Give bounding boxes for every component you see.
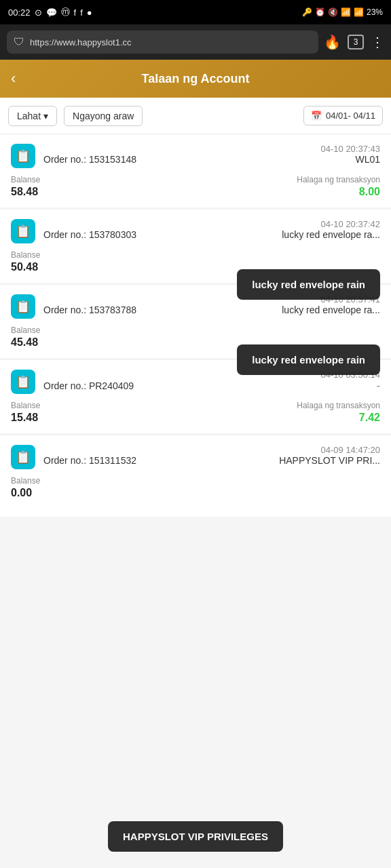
order-number: Order no.: 153153148 (43, 154, 136, 165)
sim-icon: ⊙ (35, 7, 42, 18)
transaction-amount-label: Halaga ng transaksyon (297, 175, 380, 184)
url-box[interactable]: 🛡 https://www.happyslot1.cc (7, 31, 318, 54)
balance-value: 0.00 (11, 487, 40, 499)
balance-value: 58.48 (11, 186, 40, 198)
key-icon: 🔑 (302, 7, 312, 17)
transaction-amount-value: 7.42 (297, 412, 380, 424)
page-title: Talaan ng Account (141, 72, 249, 86)
transaction-type: lucky red envelope ra... (282, 304, 380, 315)
chevron-down-icon: ▾ (43, 111, 48, 121)
balance-value: 50.48 (11, 261, 40, 273)
transaction-icon: 📋 (11, 219, 35, 243)
status-left: 00:22 ⊙ 💬 ⓜ f f ● (8, 6, 92, 18)
alarm-icon: ⏰ (315, 7, 325, 17)
mute-icon: 🔇 (328, 7, 338, 17)
filter-bar: Lahat ▾ Ngayong araw 📅 04/01- 04/11 (0, 98, 391, 134)
back-button[interactable]: ‹ (11, 70, 16, 87)
transaction-icon: 📋 (11, 294, 35, 319)
receipt-icon: 📋 (16, 299, 31, 314)
battery-text: 23% (367, 7, 383, 17)
facebook-icon2: f (80, 7, 83, 18)
balance-label: Balanse (11, 326, 40, 335)
transaction-icon: 📋 (11, 370, 35, 394)
messenger-icon: ⓜ (61, 6, 70, 18)
facebook-icon: f (74, 7, 77, 18)
balance-label: Balanse (11, 175, 40, 184)
timestamp: 04-10 20:37:42 (43, 219, 380, 229)
filter-today-button[interactable]: Ngayong araw (64, 106, 143, 126)
signal-icon: 📶 (354, 7, 364, 17)
status-time: 00:22 (8, 7, 31, 18)
transaction-amount-value: 8.00 (297, 186, 380, 198)
tooltip-popup: lucky red envelope rain (237, 344, 380, 375)
order-number: Order no.: 151311532 (43, 455, 136, 466)
more-options-icon[interactable]: ⋮ (371, 35, 384, 49)
transaction-type: - (377, 380, 380, 392)
dot-icon: ● (87, 7, 92, 18)
message-icon: 💬 (46, 7, 57, 18)
transaction-list: 📋 04-10 20:37:43 Order no.: 153153148 WL… (0, 134, 391, 517)
page-header: ‹ Talaan ng Account (0, 60, 391, 98)
calendar-icon: 📅 (311, 111, 322, 121)
shield-icon: 🛡 (14, 36, 24, 48)
browser-icons: 🔥 3 ⋮ (324, 34, 384, 50)
tab-badge[interactable]: 3 (348, 35, 364, 50)
bottom-tooltip-popup: HAPPYSLOT VIP PRIVILEGES (108, 821, 283, 852)
balance-value: 45.48 (11, 336, 40, 349)
transaction-type: WL01 (355, 154, 380, 165)
order-number: Order no.: 153780303 (43, 229, 136, 240)
transaction-card: 📋 04-10 20:37:42 Order no.: 153780303 lu… (0, 210, 391, 283)
balance-label: Balanse (11, 476, 40, 486)
filter-all-button[interactable]: Lahat ▾ (8, 106, 57, 126)
transaction-card: 📋 04-09 14:47:20 Order no.: 151311532 HA… (0, 435, 391, 517)
transaction-type: HAPPYSLOT VIP PRI... (279, 455, 380, 466)
browser-bar: 🛡 https://www.happyslot1.cc 🔥 3 ⋮ (0, 24, 391, 60)
receipt-icon: 📋 (16, 224, 31, 239)
timestamp: 04-09 14:47:20 (43, 445, 380, 455)
transaction-icon: 📋 (11, 144, 35, 168)
order-number: Order no.: PR240409 (43, 380, 134, 391)
balance-value: 15.48 (11, 412, 40, 424)
wifi-icon: 📶 (341, 7, 351, 17)
status-right: 🔑 ⏰ 🔇 📶 📶 23% (302, 7, 383, 17)
url-text: https://www.happyslot1.cc (30, 37, 132, 47)
receipt-icon: 📋 (16, 149, 31, 163)
transaction-type: lucky red envelope ra... (282, 229, 380, 240)
status-bar: 00:22 ⊙ 💬 ⓜ f f ● 🔑 ⏰ 🔇 📶 📶 23% (0, 0, 391, 24)
balance-label: Balanse (11, 401, 40, 410)
transaction-amount-label: Halaga ng transaksyon (297, 401, 380, 410)
flame-icon: 🔥 (324, 34, 341, 50)
transaction-card: 📋 04-10 20:37:43 Order no.: 153153148 WL… (0, 134, 391, 208)
transaction-icon: 📋 (11, 445, 35, 469)
tooltip-popup: lucky red envelope rain (237, 269, 380, 300)
receipt-icon: 📋 (16, 450, 31, 465)
receipt-icon: 📋 (16, 374, 31, 389)
filter-date-button[interactable]: 📅 04/01- 04/11 (303, 106, 383, 125)
order-number: Order no.: 153783788 (43, 304, 136, 315)
balance-label: Balanse (11, 250, 40, 260)
timestamp: 04-10 20:37:43 (43, 144, 380, 154)
